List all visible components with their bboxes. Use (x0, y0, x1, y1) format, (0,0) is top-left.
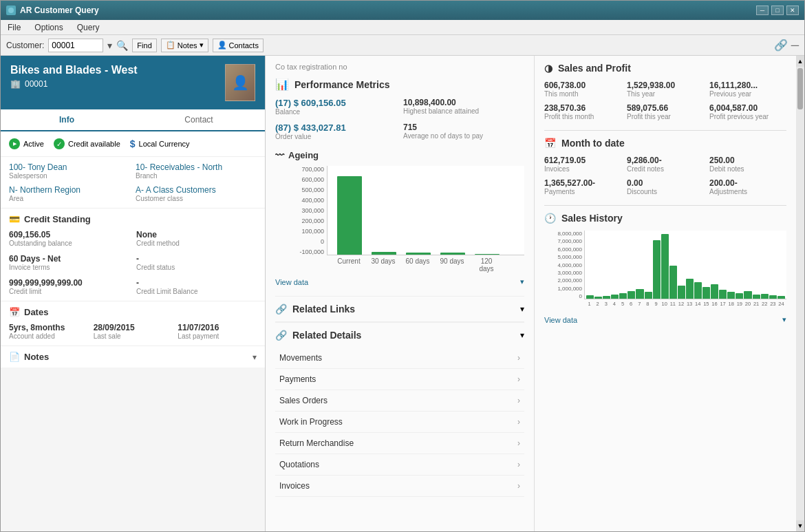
related-details-header[interactable]: 🔗 Related Details ▾ (275, 322, 524, 348)
detail-return-merch[interactable]: Return Merchandise › (275, 433, 524, 454)
credit-notes-label: Credit notes (627, 165, 704, 173)
this-month-value: 606,738.00 (544, 81, 621, 90)
detail-wip[interactable]: Work in Progress › (275, 412, 524, 433)
sh-bar-21 (753, 295, 760, 299)
menu-query[interactable]: Query (74, 21, 103, 34)
credit-label: Credit available (68, 140, 120, 148)
maximize-button[interactable]: □ (771, 6, 784, 15)
sh-bar-15 (702, 287, 710, 299)
area-item: N- Northern Region Area (9, 185, 130, 202)
menu-options[interactable]: Options (32, 21, 65, 34)
credit-notes-mtd: 9,286.00- Credit notes (627, 156, 704, 173)
adjustments-label: Adjustments (709, 188, 786, 195)
scroll-thumb[interactable] (797, 68, 803, 109)
sh-bar-20 (744, 291, 751, 299)
customer-input[interactable] (48, 39, 103, 52)
balance-label: Balance (275, 108, 396, 116)
account-added: 5yrs, 8months Account added (9, 323, 88, 340)
sh-bar-13 (686, 279, 694, 299)
salesperson-link[interactable]: 100- Tony Dean (9, 162, 130, 172)
dropdown-arrow[interactable]: ▾ (107, 40, 112, 51)
y-label-3: 300,000 (282, 207, 324, 214)
credit-status-label: Credit status (136, 264, 257, 271)
notes-label: Notes (24, 352, 49, 362)
sh-x-labels: 123456789101112131415161718192021222324 (584, 299, 786, 308)
ageing-x-labels: Current 30 days 60 days 90 days 120 days (327, 255, 524, 275)
title-bar: AR Customer Query ─ □ ✕ (1, 1, 804, 20)
account-added-label: Account added (9, 332, 88, 340)
sh-label-23: 23 (769, 301, 777, 307)
this-year-label: This year (627, 90, 704, 98)
close-button[interactable]: ✕ (786, 6, 799, 15)
calendar-icon: 📅 (9, 307, 20, 317)
chevron-payments: › (517, 374, 520, 384)
detail-quotations[interactable]: Quotations › (275, 454, 524, 476)
branch-link[interactable]: 10- Receivables - North (136, 162, 257, 172)
credit-card-icon: 💳 (9, 214, 20, 224)
detail-payments[interactable]: Payments › (275, 369, 524, 390)
debit-notes-label: Debit notes (709, 165, 786, 173)
scroll-up[interactable]: ▲ (796, 56, 804, 67)
credit-limit-balance-label: Credit Limit Balance (136, 288, 257, 295)
window-title: AR Customer Query (20, 6, 99, 15)
y-label-6: 600,000 (282, 176, 324, 183)
contacts-button[interactable]: 👤 Contacts (213, 39, 264, 52)
sh-label-13: 13 (686, 301, 694, 307)
tab-contact[interactable]: Contact (133, 109, 265, 130)
scrollbar[interactable]: ▲ ▼ (796, 56, 804, 531)
sh-label-2: 2 (594, 301, 601, 307)
detail-movements[interactable]: Movements › (275, 348, 524, 369)
sh-bar-14 (694, 282, 702, 299)
last-sale-label: Last sale (94, 332, 173, 340)
sales-history-section: 🕐 Sales History 8,000,000 7,000,000 6,00… (544, 213, 786, 327)
y-label-7: 700,000 (282, 166, 324, 173)
outstanding-balance: 609,156.05 Outstanding balance (9, 230, 129, 247)
salesperson-item: 100- Tony Dean Salesperson (9, 162, 130, 180)
sh-bar-7 (636, 289, 643, 299)
scroll-down[interactable]: ▼ (796, 520, 804, 531)
detail-invoices[interactable]: Invoices › (275, 476, 524, 497)
ageing-title: Ageing (288, 150, 319, 160)
notes-collapse-icon[interactable]: ▾ (253, 352, 257, 362)
menu-bar: File Options Query (1, 20, 804, 35)
notes-icon: 📄 (9, 352, 20, 362)
credit-icon: ✓ (54, 138, 65, 149)
last-payment-value: 11/07/2016 (178, 323, 257, 332)
notes-button[interactable]: 📋 Notes ▾ (161, 39, 208, 52)
detail-list: Movements › Payments › Sales Orders › (275, 348, 524, 497)
x-label-90: 90 days (440, 257, 464, 273)
sh-bar-16 (711, 284, 718, 299)
menu-file[interactable]: File (5, 21, 23, 34)
active-icon (9, 138, 20, 149)
view-data-sh[interactable]: View data ▾ (544, 312, 786, 327)
invoices-label: Invoices (544, 165, 621, 173)
dates-section: 📅 Dates 5yrs, 8months Account added 28/0… (1, 301, 265, 346)
tab-info[interactable]: Info (1, 109, 133, 131)
customer-class-link[interactable]: A- A Class Customers (136, 185, 257, 195)
sales-history-chart (584, 231, 786, 299)
sh-bar-2 (594, 297, 602, 299)
sh-bar-1 (586, 295, 594, 299)
customer-id: 00001 (25, 79, 47, 89)
last-sale-value: 28/09/2015 (94, 323, 173, 332)
sh-label-12: 12 (677, 301, 685, 307)
sh-label-24: 24 (777, 301, 785, 307)
minimize-button[interactable]: ─ (756, 6, 769, 15)
this-month: 606,738.00 This month (544, 81, 621, 98)
search-icon[interactable]: 🔍 (116, 40, 128, 51)
sales-profit-title: Sales and Profit (558, 63, 631, 74)
this-month-label: This month (544, 90, 621, 98)
area-link[interactable]: N- Northern Region (9, 185, 130, 195)
related-links-section[interactable]: 🔗 Related Links ▾ (275, 296, 524, 321)
sh-bar-5 (619, 293, 627, 299)
branch-label: Branch (136, 172, 257, 180)
currency-label: Local Currency (139, 140, 190, 148)
view-data-ageing[interactable]: View data ▾ (275, 275, 524, 289)
chevron-sales-orders: › (517, 396, 520, 405)
discounts-mtd: 0.00 Discounts (627, 178, 704, 195)
find-button[interactable]: Find (132, 39, 156, 52)
sh-label-7: 7 (636, 301, 643, 307)
detail-sales-orders[interactable]: Sales Orders › (275, 390, 524, 412)
sales-history-chart-area: 8,000,000 7,000,000 6,000,000 5,000,000 … (544, 231, 786, 308)
currency-status: $ Local Currency (130, 138, 190, 149)
